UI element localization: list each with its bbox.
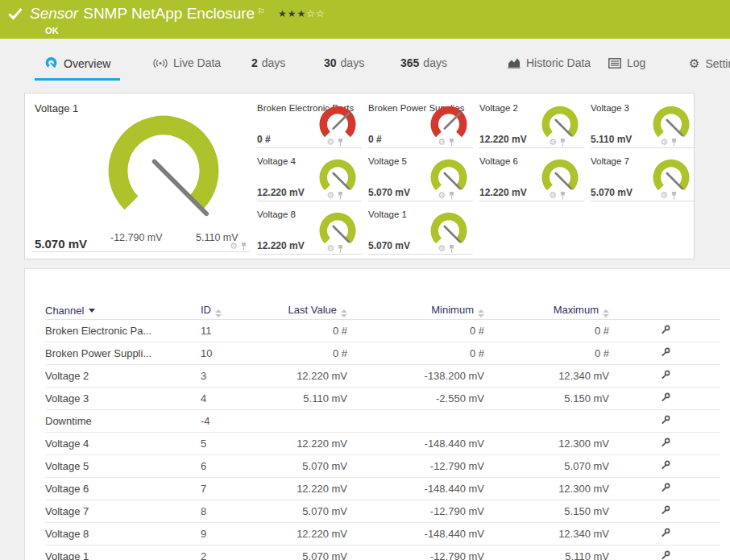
pin-icon[interactable] [448, 191, 455, 200]
table-row[interactable]: Broken Power Suppli... 10 0 # 0 # 0 # [45, 342, 720, 365]
channel-settings-wrench-icon[interactable] [660, 483, 670, 496]
tab-30-days[interactable]: 30 days [314, 56, 374, 77]
tab-2-days[interactable]: 2 days [242, 56, 295, 77]
channel-settings-wrench-icon[interactable] [660, 550, 670, 560]
mini-gauge-broken-power-supplies[interactable]: Broken Power Supplies 0 # ⚙ [368, 102, 473, 148]
channel-settings-wrench-icon[interactable] [660, 347, 670, 360]
table-row[interactable]: Voltage 7 8 5.070 mV -12.790 mV 5.150 mV [45, 500, 720, 523]
gauge-settings-gear-icon[interactable]: ⚙ [326, 244, 334, 253]
column-header-id[interactable]: ID [201, 304, 281, 317]
sensor-title: SensorSNMP NetApp Enclosure⚐★★★☆☆ [30, 4, 326, 23]
channel-settings-wrench-icon[interactable] [660, 528, 670, 541]
channel-value: 0 # [257, 134, 271, 145]
pin-icon[interactable] [559, 191, 566, 200]
tab-historic-data[interactable]: Historic Data [498, 56, 600, 77]
table-row[interactable]: Voltage 5 6 5.070 mV -12.790 mV 5.070 mV [45, 455, 720, 478]
column-header-minimum[interactable]: Minimum [347, 304, 484, 317]
table-row[interactable]: Voltage 4 5 12.220 mV -148.440 mV 12.300… [45, 433, 720, 455]
primary-gauge-min-label: -12.790 mV [110, 232, 163, 243]
channel-settings-wrench-icon[interactable] [660, 370, 670, 383]
stars-empty[interactable]: ☆☆ [306, 8, 326, 19]
table-row[interactable]: Voltage 3 4 5.110 mV -2.550 mV 5.150 mV [45, 388, 720, 410]
channel-name: Voltage 8 [257, 209, 296, 219]
mini-gauge-voltage-8[interactable]: Voltage 8 12.220 mV ⚙ [257, 209, 362, 255]
sort-icons [341, 309, 347, 317]
gauge-settings-gear-icon[interactable]: ⚙ [660, 138, 668, 147]
mini-gauge-voltage-2[interactable]: Voltage 2 12.220 mV ⚙ [479, 102, 584, 148]
channel-value: 0 # [368, 134, 382, 145]
gauge-settings-gear-icon[interactable]: ⚙ [326, 138, 334, 147]
pin-icon[interactable] [448, 138, 455, 147]
table-row[interactable]: Broken Electronic Pa... 11 0 # 0 # 0 # [45, 320, 720, 342]
historic-data-icon [508, 57, 521, 68]
mini-gauge-voltage-5[interactable]: Voltage 5 5.070 mV ⚙ [368, 156, 473, 201]
sort-icons [215, 309, 222, 317]
tab-settings[interactable]: ⚙ Settings [679, 56, 730, 79]
gauge-settings-gear-icon[interactable]: ⚙ [438, 244, 446, 253]
pin-icon[interactable] [448, 244, 455, 253]
mini-gauge-voltage-3[interactable]: Voltage 3 5.110 mV ⚙ [591, 102, 695, 148]
tab-live-data-label: Live Data [173, 56, 221, 69]
status-badge: OK [45, 26, 326, 35]
pin-icon[interactable] [240, 242, 247, 251]
column-header-last-value[interactable]: Last Value [281, 304, 347, 317]
gauge-settings-gear-icon[interactable]: ⚙ [438, 191, 446, 200]
gauge-settings-gear-icon[interactable]: ⚙ [549, 138, 557, 147]
primary-gauge-name: Voltage 1 [35, 102, 78, 114]
channel-name: Voltage 4 [257, 156, 296, 166]
table-row[interactable]: Voltage 6 7 12.220 mV -148.440 mV 12.300… [45, 478, 720, 500]
column-header-maximum[interactable]: Maximum [484, 304, 609, 317]
column-header-channel[interactable]: Channel [45, 305, 201, 317]
tab-30-days-number: 30 [324, 56, 337, 69]
channel-settings-wrench-icon[interactable] [660, 505, 670, 518]
channel-settings-wrench-icon[interactable] [660, 325, 670, 338]
stars-filled[interactable]: ★★★ [278, 8, 306, 19]
channel-settings-wrench-icon[interactable] [660, 415, 670, 428]
pin-icon[interactable] [670, 138, 678, 147]
live-data-icon [153, 58, 168, 68]
sort-icons [603, 309, 609, 317]
log-icon [608, 58, 621, 68]
pin-icon[interactable] [337, 138, 344, 147]
tab-live-data[interactable]: Live Data [143, 56, 230, 77]
priority-stars[interactable]: ★★★☆☆ [278, 8, 326, 19]
table-header-row: Channel ID Last Value Minimum Maximum [45, 301, 720, 320]
channel-value: 5.070 mV [368, 187, 410, 198]
pin-icon[interactable] [337, 191, 344, 200]
tab-365-days[interactable]: 365 days [391, 56, 457, 77]
mini-gauge-broken-electronic-parts[interactable]: Broken Electronic Parts 0 # ⚙ [257, 102, 362, 148]
mini-gauge-voltage-4[interactable]: Voltage 4 12.220 mV ⚙ [257, 156, 362, 201]
channel-name: Voltage 5 [368, 156, 407, 166]
tab-historic-data-label: Historic Data [526, 56, 591, 69]
channel-value: 12.220 mV [479, 134, 527, 145]
channel-name: Voltage 7 [591, 156, 629, 166]
table-row[interactable]: Voltage 8 9 12.220 mV -148.440 mV 12.340… [45, 523, 720, 545]
tab-overview-label: Overview [64, 57, 110, 70]
flag-icon[interactable]: ⚐ [257, 6, 265, 17]
gauge-settings-gear-icon[interactable]: ⚙ [438, 138, 446, 147]
tab-settings-label: Settings [705, 57, 730, 70]
tab-log[interactable]: Log [599, 56, 655, 77]
mini-gauge-voltage-7[interactable]: Voltage 7 5.070 mV ⚙ [591, 156, 695, 201]
pin-icon[interactable] [337, 244, 344, 253]
table-row[interactable]: Voltage 1 2 5.070 mV -12.790 mV 5.110 mV [45, 545, 720, 560]
gauge-settings-gear-icon[interactable]: ⚙ [549, 191, 557, 200]
tab-log-label: Log [627, 56, 645, 69]
channel-settings-wrench-icon[interactable] [660, 460, 670, 473]
channel-settings-wrench-icon[interactable] [660, 392, 670, 405]
pin-icon[interactable] [559, 138, 566, 147]
tab-overview[interactable]: Overview [35, 56, 120, 81]
mini-gauge-voltage-1[interactable]: Voltage 1 5.070 mV ⚙ [368, 209, 473, 255]
channels-table: Channel ID Last Value Minimum Maximum Br… [24, 268, 730, 560]
channel-value: 5.110 mV [591, 134, 632, 145]
gauge-settings-gear-icon[interactable]: ⚙ [660, 191, 668, 200]
gauge-settings-gear-icon[interactable]: ⚙ [326, 191, 334, 200]
channel-settings-wrench-icon[interactable] [660, 438, 670, 450]
sensor-name: SNMP NetApp Enclosure [83, 5, 255, 22]
sort-desc-icon [89, 309, 95, 313]
gauge-settings-gear-icon[interactable]: ⚙ [230, 242, 238, 251]
mini-gauge-voltage-6[interactable]: Voltage 6 12.220 mV ⚙ [479, 156, 584, 201]
table-row[interactable]: Voltage 2 3 12.220 mV -138.200 mV 12.340… [45, 365, 720, 388]
pin-icon[interactable] [670, 191, 678, 200]
table-row[interactable]: Downtime -4 [45, 410, 720, 433]
